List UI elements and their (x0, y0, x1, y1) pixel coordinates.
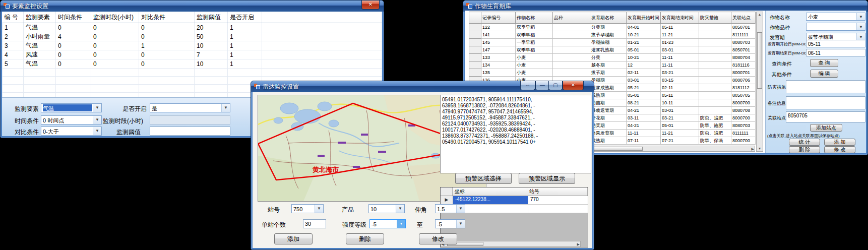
cell: 05-01 (627, 92, 661, 99)
station-cell[interactable]: 770 (528, 196, 588, 204)
query-condition-label: 查询条件 (772, 60, 792, 68)
window2-title: 雷达监控设置 (263, 83, 299, 91)
table-row[interactable]: 1气温000201 (3, 23, 382, 32)
cell: 0 (56, 23, 91, 32)
cell: 小麦 (516, 54, 553, 61)
stats-button[interactable]: 统 计 (789, 139, 820, 146)
polygon-coords-textarea[interactable]: 05491.0172034571, 905914.111175410, 6395… (440, 95, 591, 173)
table-row[interactable]: 3气温001101 (3, 41, 382, 50)
cell: 0 (91, 41, 139, 50)
column-header[interactable]: 品种 (553, 12, 590, 24)
cell: 0 (91, 23, 139, 32)
table-row[interactable]: 147双季早稻灌浆乳熟期05-0103-018050701 (469, 46, 756, 54)
column-header[interactable]: 是否开启 (228, 12, 262, 23)
column-header[interactable]: 监测要素 (24, 12, 56, 23)
crop-table-vscrollbar[interactable]: ▲ ▼ (756, 12, 763, 152)
add-coord-button[interactable]: 添加 (274, 233, 313, 244)
station-column-header[interactable]: 站号 (527, 188, 588, 196)
window3-titlebar[interactable]: 作物生育期库 (463, 1, 867, 12)
grid-row[interactable]: ▶-45122.12238...770 (441, 196, 588, 205)
column-header[interactable]: 发育期开始时间 (627, 12, 661, 24)
cell: 分蘖期 (590, 24, 627, 31)
end-date-input[interactable]: 06-11 (806, 49, 865, 56)
row-selector[interactable] (469, 39, 481, 46)
start-date-input[interactable]: 05-11 (806, 40, 865, 47)
cell (553, 69, 590, 77)
window2-maximize-button[interactable]: ▢ (548, 81, 563, 90)
table-row[interactable]: 134小麦越冬期1211-118181116 (469, 61, 756, 69)
column-header[interactable]: 作物名称 (516, 12, 553, 24)
query-button[interactable]: 查 询 (810, 59, 838, 67)
remark-textarea[interactable] (786, 96, 865, 109)
coords-grid-hscrollbar[interactable]: ◀ ▶ (441, 241, 581, 247)
table-row[interactable]: 2小时雨量400501 (3, 32, 382, 41)
add-station-button[interactable]: 添加站点 (810, 124, 842, 132)
select-warning-area-button[interactable]: 预警区域选择 (455, 173, 512, 184)
table-row[interactable]: 4风速00071 (3, 50, 382, 59)
window2-close-button[interactable]: ✕ (563, 81, 584, 90)
table-row[interactable]: 135小麦拔节期02-1103-218000701 (469, 69, 756, 77)
intensity-label: 强度等级 (342, 221, 366, 229)
enabled-label: 是否开启 (122, 105, 147, 113)
linked-station-input[interactable]: 8050705 (786, 111, 865, 122)
coord-cell[interactable]: -45122.12238... (453, 196, 528, 204)
period-hours-input[interactable] (150, 115, 230, 124)
row-selector[interactable] (469, 31, 481, 39)
add-button[interactable]: 添 加 (824, 139, 855, 146)
threshold-input[interactable] (150, 127, 230, 136)
row-selector[interactable] (469, 24, 481, 31)
table-row[interactable]: 5气温000101 (3, 59, 382, 69)
column-header[interactable]: 监测阈值 (195, 12, 228, 23)
window1-titlebar[interactable]: 要素监控设置 (1, 1, 384, 12)
cell: 03-11 (627, 114, 661, 122)
delete-coord-button[interactable]: 删除 (346, 233, 384, 244)
coord-column-header[interactable]: 坐标 (453, 188, 527, 196)
modify-button[interactable]: 修 改 (824, 146, 855, 153)
cell: 122 (481, 24, 516, 31)
cell (699, 69, 731, 77)
table-row[interactable]: 145一季早稻孕穗抽穗01-2101-238080703 (469, 39, 756, 46)
table-row[interactable]: 122双季早稻分蘖期04-0105-118050701 (469, 24, 756, 31)
row-selector[interactable] (469, 54, 481, 61)
column-header[interactable]: 时间条件 (56, 12, 91, 23)
chevron-down-icon: ▼ (856, 33, 865, 40)
cell: 开花期 (590, 114, 627, 122)
intensity-spinner[interactable]: -5 ▾ (369, 219, 406, 228)
station-count-input[interactable]: 30 (303, 219, 326, 228)
variety-select[interactable]: ▼ (806, 23, 865, 31)
monitor-element-select[interactable]: 气温 ▼ (41, 103, 102, 112)
row-selector[interactable] (469, 46, 481, 54)
window1-close-button[interactable]: ✕ (361, 1, 380, 10)
radar-station-select[interactable]: 750▼ (291, 204, 324, 213)
show-warning-area-button[interactable]: 预警区域显示 (519, 173, 575, 184)
column-header[interactable]: 监测时段(小时) (91, 12, 139, 23)
window3-app-icon (466, 3, 472, 9)
row-selector[interactable] (469, 69, 481, 77)
product-select[interactable]: 10▼ (368, 204, 405, 213)
crop-name-select[interactable]: 小麦▼ (806, 13, 865, 21)
column-header[interactable]: 对比条件 (139, 12, 195, 23)
column-header[interactable]: 防灾措施 (699, 12, 731, 24)
window2-minimize-button[interactable]: — (535, 81, 549, 90)
table-row[interactable]: 133小麦分蘖10-2111-118080704 (469, 54, 756, 61)
cell: 1 (228, 41, 262, 50)
coords-grid-vscrollbar[interactable] (581, 188, 588, 240)
column-header[interactable]: 发育期结束时间 (661, 12, 699, 24)
edit-button[interactable]: 编 辑 (810, 70, 838, 78)
time-condition-select[interactable]: 0 时间点▼ (41, 115, 102, 124)
enabled-select[interactable]: 是▼ (150, 103, 230, 112)
modify-coord-button[interactable]: 修改 (419, 233, 457, 244)
column-header[interactable]: 关联站点 (731, 12, 756, 24)
column-header[interactable]: 发育期名称 (590, 12, 627, 24)
delete-button[interactable]: 删 除 (789, 146, 820, 153)
column-header[interactable]: 编 号 (3, 12, 24, 23)
coords-grid[interactable]: 坐标 站号 ▶-45122.12238...770* ◀ ▶ (440, 187, 588, 247)
measures-textarea[interactable] (786, 80, 865, 93)
table-row[interactable]: 141双季早稻拔节孕穗期10-2111-218111111 (469, 31, 756, 39)
elevation-select[interactable]: 1.5▼ (435, 204, 465, 213)
compare-condition-select[interactable]: 0-大于▼ (41, 127, 102, 136)
window2-extra-button[interactable]: ⇔ (520, 81, 535, 90)
row-selector[interactable] (469, 61, 481, 69)
to-select[interactable]: -5▼ (435, 219, 465, 228)
column-header[interactable]: 记录编号 (481, 12, 516, 24)
